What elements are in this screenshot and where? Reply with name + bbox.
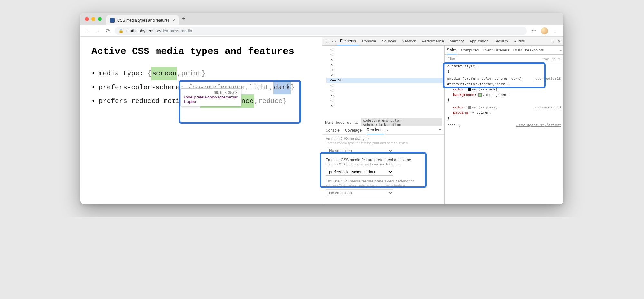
favicon-icon <box>110 18 115 23</box>
overflow-menu-icon[interactable]: ⋮ <box>552 28 558 34</box>
styles-tab-dom-breakpoints[interactable]: DOM Breakpoints <box>513 48 544 52</box>
minimize-window-button[interactable] <box>91 17 95 21</box>
source-link-2[interactable]: css-media:13 <box>535 105 561 110</box>
tab-sources[interactable]: Sources <box>379 37 399 45</box>
bookmark-star-icon[interactable]: ☆ <box>531 28 537 34</box>
close-tab-icon[interactable]: × <box>172 18 175 23</box>
window-controls <box>80 17 106 21</box>
drawer-tab-coverage[interactable]: Coverage <box>345 128 362 133</box>
emulate-reduced-motion-select[interactable]: No emulation <box>326 189 393 197</box>
maximize-window-button[interactable] <box>98 17 102 21</box>
reload-button[interactable]: ⟳ <box>104 28 111 34</box>
styles-tab-styles[interactable]: Styles <box>447 46 457 54</box>
dom-tree[interactable]: < < < < < <…<== $0 < < ▸< < < <box>322 46 444 119</box>
browser-toolbar: ← → ⟳ 🔒 mathiasbynens.be/demo/css-media … <box>80 25 564 37</box>
page-heading: Active CSS media types and features <box>91 45 311 58</box>
tab-network[interactable]: Network <box>399 37 419 45</box>
styles-overflow-icon[interactable]: » <box>559 48 562 52</box>
drawer-close-icon[interactable]: × <box>439 128 441 133</box>
address-bar[interactable]: 🔒 mathiasbynens.be/demo/css-media <box>115 27 527 35</box>
tab-security[interactable]: Security <box>491 37 511 45</box>
add-rule-icon[interactable]: ＋ <box>557 56 561 61</box>
inspect-icon[interactable]: ⬚ <box>324 39 331 43</box>
tab-title: CSS media types and features <box>117 18 170 23</box>
annotation-highlight-styles <box>443 62 546 88</box>
browser-window: CSS media types and features × + ← → ⟳ 🔒… <box>80 13 564 204</box>
hov-toggle[interactable]: :hov <box>542 57 549 61</box>
tab-console[interactable]: Console <box>359 37 379 45</box>
dom-breadcrumb[interactable]: html body ul li code#prefers-color-schem… <box>322 119 444 126</box>
url-text: mathiasbynens.be/demo/css-media <box>126 28 192 33</box>
devtools-menu-icon[interactable]: ⋮ <box>550 39 556 43</box>
devtools-tabs: ⬚ ▭ Elements Console Sources Network Per… <box>322 37 564 46</box>
drawer-tab-rendering[interactable]: Rendering <box>367 126 384 134</box>
styles-panel: Styles Computed Event Listeners DOM Brea… <box>444 46 564 204</box>
tab-performance[interactable]: Performance <box>419 37 447 45</box>
browser-tab[interactable]: CSS media types and features × <box>106 15 179 25</box>
page-content: Active CSS media types and features • me… <box>80 37 322 204</box>
styles-tab-event-listeners[interactable]: Event Listeners <box>483 48 509 52</box>
titlebar: CSS media types and features × + <box>80 13 564 25</box>
new-tab-button[interactable]: + <box>179 15 189 22</box>
device-toggle-icon[interactable]: ▭ <box>331 39 337 43</box>
tab-elements[interactable]: Elements <box>337 37 359 45</box>
media-type-row: • media type: {screen, print} <box>91 67 311 80</box>
tab-audits[interactable]: Audits <box>511 37 527 45</box>
close-window-button[interactable] <box>85 17 89 21</box>
selected-element-dark: dark <box>273 80 291 94</box>
inspect-tooltip: 69.16 × 35.63 code#prefers-color-scheme:… <box>180 88 241 106</box>
back-button[interactable]: ← <box>84 28 90 34</box>
lock-icon: 🔒 <box>118 28 124 33</box>
devtools-drawer: Console Coverage Rendering × × Emulate C… <box>322 126 444 204</box>
styles-tab-computed[interactable]: Computed <box>461 48 479 52</box>
emulate-media-type-title: Emulate CSS media type <box>326 136 441 141</box>
source-link-3: user agent stylesheet <box>516 123 561 128</box>
cls-toggle[interactable]: .cls <box>551 57 555 61</box>
tab-memory[interactable]: Memory <box>447 37 467 45</box>
styles-filter-input[interactable]: Filter <box>447 57 540 61</box>
annotation-highlight-drawer <box>320 152 427 188</box>
devtools: ⬚ ▭ Elements Console Sources Network Per… <box>322 37 564 204</box>
tab-application[interactable]: Application <box>467 37 491 45</box>
tooltip-selector-cont: k.option <box>184 99 238 104</box>
drawer-tab-console[interactable]: Console <box>326 128 340 133</box>
profile-avatar[interactable] <box>541 27 548 34</box>
devtools-close-icon[interactable]: × <box>556 39 562 43</box>
tooltip-dimensions: 69.16 × 35.63 <box>214 90 238 95</box>
forward-button[interactable]: → <box>94 28 100 34</box>
